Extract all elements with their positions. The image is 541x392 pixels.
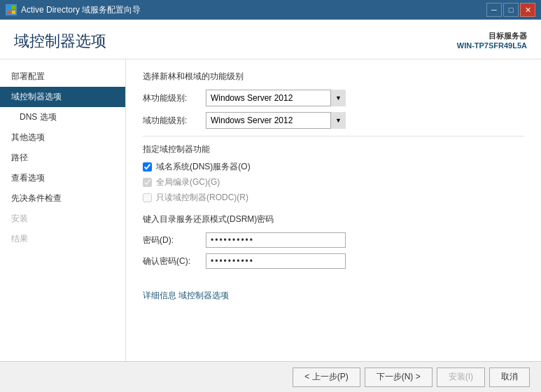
server-info: 目标服务器 WIN-TP7SFR49L5A [457,31,527,50]
svg-rect-3 [12,10,15,14]
domain-level-row: 域功能级别: Windows Server 2012 ▼ [143,112,524,129]
server-name: WIN-TP7SFR49L5A [457,41,527,50]
titlebar-buttons: ─ □ ✕ [486,3,535,17]
svg-rect-1 [12,6,15,9]
svg-rect-2 [7,10,10,14]
forest-level-select[interactable]: Windows Server 2012 [206,90,346,106]
confirm-password-row: 确认密码(C): [143,253,524,269]
server-label: 目标服务器 [457,31,527,41]
back-button[interactable]: < 上一步(P) [293,368,360,387]
password-row: 密码(D): [143,232,524,248]
rodc-checkbox-label: 只读域控制器(RODC)(R) [156,192,248,204]
functional-level-title: 选择新林和根域的功能级别 [143,71,524,83]
gc-checkbox-row: 全局编录(GC)(G) [143,176,524,188]
sidebar-item-review[interactable]: 查看选项 [0,168,125,188]
password-label: 密码(D): [143,234,206,246]
sidebar-item-prereq[interactable]: 先决条件检查 [0,188,125,209]
header: 域控制器选项 目标服务器 WIN-TP7SFR49L5A [0,20,541,59]
sidebar-item-result: 结果 [0,229,125,249]
cancel-button[interactable]: 取消 [489,368,530,387]
svg-rect-0 [7,6,10,9]
main-panel: 选择新林和根域的功能级别 林功能级别: Windows Server 2012 … [126,59,541,361]
domain-level-label: 域功能级别: [143,115,206,127]
rodc-checkbox [143,193,152,202]
rodc-checkbox-row: 只读域控制器(RODC)(R) [143,192,524,204]
footer: < 上一步(P) 下一步(N) > 安装(I) 取消 [0,361,541,392]
dns-checkbox[interactable] [143,162,152,172]
password-input[interactable] [206,232,346,248]
sidebar-item-other[interactable]: 其他选项 [0,127,125,148]
titlebar-left: Active Directory 域服务配置向导 [6,4,141,16]
confirm-password-label: 确认密码(C): [143,255,206,267]
password-section-title: 键入目录服务还原模式(DSRM)密码 [143,214,524,225]
dns-checkbox-row: 域名系统(DNS)服务器(O) [143,161,524,173]
dns-checkbox-label[interactable]: 域名系统(DNS)服务器(O) [156,161,251,173]
sidebar-item-dc-options[interactable]: 域控制器选项 [0,87,125,107]
page-title: 域控制器选项 [14,31,106,52]
gc-checkbox-label: 全局编录(GC)(G) [156,176,220,188]
domain-level-select-wrapper: Windows Server 2012 ▼ [206,112,346,129]
info-link[interactable]: 详细信息 域控制器选项 [143,290,524,302]
next-button[interactable]: 下一步(N) > [365,368,433,387]
forest-level-select-wrapper: Windows Server 2012 ▼ [206,90,346,106]
close-button[interactable]: ✕ [520,3,535,17]
app-icon [6,4,17,15]
forest-level-label: 林功能级别: [143,92,206,104]
sidebar-item-deploy[interactable]: 部署配置 [0,66,125,87]
dc-functions-title: 指定域控制器功能 [143,144,524,155]
gc-checkbox [143,178,152,187]
sidebar-item-paths[interactable]: 路径 [0,148,125,168]
sidebar-item-install: 安装 [0,209,125,229]
window-title: Active Directory 域服务配置向导 [21,4,141,16]
maximize-button[interactable]: □ [503,3,519,17]
sidebar-item-dns[interactable]: DNS 选项 [0,107,125,127]
confirm-password-input[interactable] [206,253,346,269]
main-window: 域控制器选项 目标服务器 WIN-TP7SFR49L5A 部署配置 域控制器选项… [0,20,541,392]
titlebar: Active Directory 域服务配置向导 ─ □ ✕ [0,0,541,20]
minimize-button[interactable]: ─ [486,3,502,17]
domain-level-select[interactable]: Windows Server 2012 [206,112,346,129]
forest-level-row: 林功能级别: Windows Server 2012 ▼ [143,90,524,106]
divider-1 [143,136,524,136]
install-button: 安装(I) [437,368,485,387]
content-area: 部署配置 域控制器选项 DNS 选项 其他选项 路径 查看选项 先决条件检查 安… [0,59,541,361]
sidebar: 部署配置 域控制器选项 DNS 选项 其他选项 路径 查看选项 先决条件检查 安… [0,59,126,361]
